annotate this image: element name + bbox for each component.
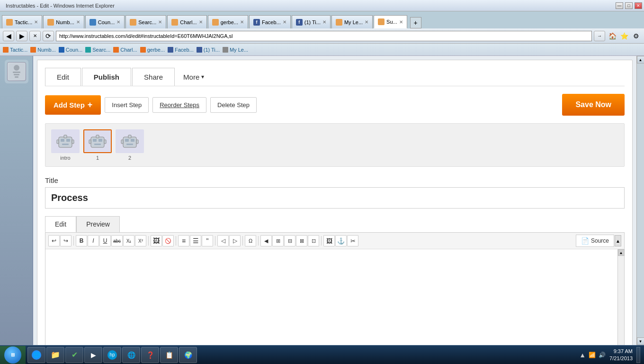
browser-tab-charl[interactable]: Charl... ✕: [167, 15, 206, 28]
bookmark-myle[interactable]: My Le...: [223, 47, 248, 53]
tray-volume[interactable]: 🔊: [599, 352, 606, 358]
bookmark-coun[interactable]: Coun...: [59, 47, 82, 53]
tab-close-icon[interactable]: ✕: [76, 19, 80, 25]
step-thumb-2[interactable]: 2: [116, 129, 144, 161]
browser-tab-myle[interactable]: My Le... ✕: [331, 15, 373, 28]
image-btn2[interactable]: 🖼: [323, 235, 335, 246]
title-input[interactable]: [45, 187, 625, 209]
delete-step-button[interactable]: Delete Step: [210, 97, 257, 113]
home-icon[interactable]: 🏠: [607, 31, 617, 41]
link-button[interactable]: ⚓: [335, 235, 347, 246]
bookmark-ti[interactable]: (1) Ti...: [197, 47, 220, 53]
subscript-button[interactable]: X₂: [123, 235, 134, 246]
bookmark-faceb[interactable]: Faceb...: [168, 47, 194, 53]
indent-button[interactable]: ▷: [229, 235, 241, 246]
browser-tab-numb[interactable]: Numb... ✕: [43, 15, 84, 28]
maximize-button[interactable]: □: [625, 2, 633, 9]
taskbar-globe[interactable]: 🌐: [122, 347, 140, 363]
browser-tab-searc[interactable]: Searc... ✕: [125, 15, 166, 28]
scroll-down-button[interactable]: ▼: [637, 337, 644, 345]
address-bar[interactable]: [56, 31, 592, 41]
tab-close-icon[interactable]: ✕: [158, 19, 162, 25]
taskbar-folder2[interactable]: 📋: [160, 347, 178, 363]
back-button[interactable]: ◀: [3, 31, 14, 41]
tab-preview-content[interactable]: Preview: [76, 216, 120, 232]
taskbar-hp[interactable]: hp: [103, 347, 121, 363]
tab-close-icon[interactable]: ✕: [283, 19, 286, 25]
browser-tab-faceb[interactable]: f Faceb... ✕: [249, 15, 291, 28]
rte-scroll-up-btn[interactable]: ▲: [618, 249, 625, 256]
minimize-button[interactable]: —: [616, 2, 623, 9]
new-tab-button[interactable]: +: [410, 17, 421, 28]
special-char-button[interactable]: Ω: [245, 235, 256, 246]
show-desktop-button[interactable]: [636, 347, 640, 363]
browser-tab-ti[interactable]: f (1) Ti... ✕: [292, 15, 331, 28]
forward-button[interactable]: ▶: [16, 31, 27, 41]
tab-edit-content[interactable]: Edit: [45, 216, 76, 232]
browser-tab-gerbe[interactable]: gerbe... ✕: [208, 15, 248, 28]
underline-button[interactable]: U: [99, 235, 111, 246]
tab-publish[interactable]: Publish: [82, 68, 131, 86]
close-button[interactable]: ✕: [635, 2, 642, 9]
source-button[interactable]: 📄 Source: [576, 235, 614, 247]
tab-close-icon[interactable]: ✕: [240, 19, 244, 25]
rte-scroll-up[interactable]: ▲: [615, 235, 621, 246]
tray-arrow[interactable]: ▲: [579, 351, 586, 359]
remove-format-button[interactable]: 🚫: [162, 235, 174, 246]
insert-image-button[interactable]: 🖼: [151, 235, 162, 246]
browser-tab-coun[interactable]: Coun... ✕: [85, 15, 125, 28]
tab-close-icon[interactable]: ✕: [34, 19, 38, 25]
outdent-button[interactable]: ◁: [217, 235, 229, 246]
step-thumb-intro[interactable]: intro: [51, 129, 80, 161]
reorder-steps-button[interactable]: Reorder Steps: [152, 97, 206, 113]
strikethrough-button[interactable]: abc: [111, 235, 123, 246]
superscript-button[interactable]: X²: [135, 235, 146, 246]
refresh-button[interactable]: ⟳: [43, 31, 54, 41]
insert-step-button[interactable]: Insert Step: [105, 97, 149, 113]
italic-button[interactable]: I: [88, 235, 99, 246]
start-button[interactable]: ⊞: [0, 346, 26, 364]
clock[interactable]: 9:37 AM 7/21/2013: [608, 348, 635, 362]
tab-share[interactable]: Share: [132, 68, 175, 86]
taskbar-explorer[interactable]: 📁: [46, 347, 64, 363]
tray-network[interactable]: 📶: [589, 352, 596, 358]
tab-more[interactable]: More: [176, 68, 212, 86]
taskbar-network[interactable]: 🌍: [179, 347, 197, 363]
browser-tab-su[interactable]: Su... ✕: [374, 15, 407, 28]
bookmark-searc[interactable]: Searc...: [85, 47, 110, 53]
bookmark-charl[interactable]: Charl...: [113, 47, 137, 53]
tab-close-icon[interactable]: ✕: [322, 19, 326, 25]
stop-button[interactable]: ✕: [29, 31, 41, 41]
sidebar-logo[interactable]: [5, 60, 28, 83]
bold-button[interactable]: B: [76, 235, 87, 246]
unlink-button[interactable]: ✂: [347, 235, 358, 246]
favorites-icon[interactable]: ⭐: [619, 31, 629, 41]
save-now-button[interactable]: Save Now: [562, 94, 625, 116]
table-col-button[interactable]: ⊠: [296, 235, 307, 246]
taskbar-help[interactable]: ❓: [141, 347, 159, 363]
go-button[interactable]: →: [594, 31, 605, 41]
taskbar-ie[interactable]: 🌐: [27, 347, 45, 363]
unordered-list-button[interactable]: ☰: [190, 235, 201, 246]
tools-icon[interactable]: ⚙: [631, 31, 641, 41]
rte-content-area[interactable]: [45, 249, 617, 345]
blockquote-button[interactable]: ": [202, 235, 213, 246]
taskbar-media[interactable]: ▶: [84, 347, 102, 363]
bookmark-tactic[interactable]: Tactic...: [3, 47, 27, 53]
tab-close-icon[interactable]: ✕: [365, 19, 368, 25]
add-step-button[interactable]: Add Step +: [45, 95, 101, 115]
redo-button[interactable]: ↪: [60, 235, 72, 246]
step-thumb-1[interactable]: 1: [83, 129, 112, 161]
bookmark-gerbe[interactable]: gerbe...: [140, 47, 165, 53]
tab-edit[interactable]: Edit: [45, 68, 81, 86]
move-left-button[interactable]: ◀: [260, 235, 272, 246]
table-button[interactable]: ⊞: [272, 235, 284, 246]
tab-close-icon[interactable]: ✕: [116, 19, 120, 25]
table-row-button[interactable]: ⊟: [284, 235, 295, 246]
table-del-button[interactable]: ⊡: [308, 235, 319, 246]
scroll-up-button[interactable]: ▲: [637, 56, 644, 64]
browser-tab-tactic[interactable]: Tactic... ✕: [2, 15, 42, 28]
undo-button[interactable]: ↩: [48, 235, 60, 246]
ordered-list-button[interactable]: ≡: [178, 235, 189, 246]
tab-close-icon[interactable]: ✕: [399, 19, 403, 25]
